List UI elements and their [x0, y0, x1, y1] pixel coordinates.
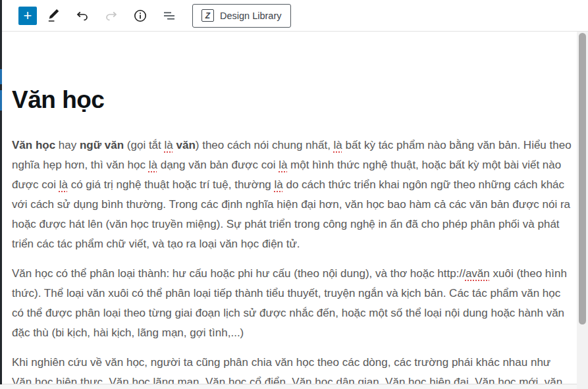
misspelled-word: là: [279, 159, 287, 171]
editor-toolbar: +: [2, 0, 588, 32]
edge-blue-mark: [0, 69, 2, 84]
text-run: ) theo cách nói chung nhất,: [196, 139, 334, 151]
bold-text: ngữ văn: [80, 139, 124, 151]
post-paragraph[interactable]: Văn học có thể phân loại thành: hư cấu h…: [12, 264, 577, 343]
text-run: có giá trị nghệ thuật hoặc trí tuệ, thườ…: [68, 178, 275, 191]
window-left-edge: [0, 0, 2, 384]
design-library-icon: Z: [201, 9, 214, 22]
add-block-icon: +: [24, 7, 32, 24]
edit-pencil-icon: [46, 8, 61, 23]
misspelled-word: là: [275, 178, 283, 191]
add-block-button[interactable]: +: [18, 7, 37, 25]
list-view-button[interactable]: [157, 4, 182, 28]
list-view-icon: [161, 8, 177, 24]
edit-tool-button[interactable]: [41, 4, 66, 28]
text-run: Văn học có thể phân loại thành: hư cấu h…: [12, 267, 466, 280]
details-button[interactable]: [128, 4, 153, 28]
undo-icon: [74, 8, 90, 24]
misspelled-word: avăn: [466, 267, 490, 280]
text-run: (gọi tắt: [124, 139, 164, 151]
design-library-label: Design Library: [220, 11, 282, 21]
text-run: hay: [55, 139, 80, 151]
post-title[interactable]: Văn học: [12, 86, 577, 115]
text-run: dạng văn bản được coi: [157, 159, 279, 171]
misspelled-word: là: [334, 139, 342, 151]
misspelled-word: là: [165, 139, 173, 151]
window-bottom-edge: [0, 384, 588, 389]
vertical-scrollbar[interactable]: [577, 32, 588, 389]
undo-button[interactable]: [70, 4, 95, 28]
info-icon: [132, 8, 148, 24]
misspelled-word: là: [59, 178, 68, 191]
edge-blue-mark: [0, 90, 2, 111]
misspelled-word: là: [149, 159, 157, 171]
redo-icon: [103, 8, 119, 24]
bold-text: Văn học: [12, 139, 55, 151]
scrollbar-thumb[interactable]: [579, 33, 586, 324]
design-library-button[interactable]: Z Design Library: [192, 4, 291, 28]
redo-button[interactable]: [99, 4, 124, 28]
post-paragraph[interactable]: Văn học hay ngữ văn (gọi tắt là văn) the…: [12, 136, 577, 254]
editor-canvas: Văn học Văn học hay ngữ văn (gọi tắt là …: [2, 32, 577, 384]
bold-text: văn: [176, 139, 195, 151]
